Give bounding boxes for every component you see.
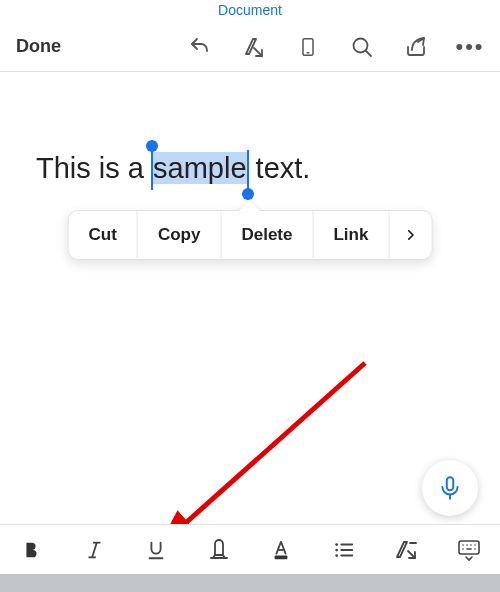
highlight-icon[interactable] <box>202 538 236 562</box>
selection-handle-start[interactable] <box>151 150 153 190</box>
svg-rect-4 <box>447 477 454 490</box>
svg-line-3 <box>366 50 372 56</box>
text-content[interactable]: This is a sample text. <box>36 152 310 184</box>
document-editor[interactable]: This is a sample text. <box>0 72 500 185</box>
selection-handle-end[interactable] <box>247 150 249 190</box>
text-before-selection: This is a <box>36 152 152 184</box>
menu-more[interactable] <box>389 211 431 259</box>
mobile-view-icon[interactable] <box>296 35 320 59</box>
search-icon[interactable] <box>350 35 374 59</box>
menu-cut[interactable]: Cut <box>69 211 138 259</box>
svg-rect-19 <box>459 541 479 554</box>
hide-keyboard-icon[interactable] <box>452 538 486 562</box>
font-color-icon[interactable] <box>264 539 298 561</box>
text-selection[interactable]: sample <box>152 152 248 185</box>
header: Document Done ••• <box>0 0 500 72</box>
menu-delete[interactable]: Delete <box>221 211 313 259</box>
format-text-icon[interactable] <box>242 35 266 59</box>
document-title: Document <box>0 0 500 22</box>
italic-icon[interactable] <box>77 539 111 561</box>
text-after-selection: text. <box>248 152 311 184</box>
context-menu: Cut Copy Delete Link <box>68 210 433 260</box>
menu-copy[interactable]: Copy <box>138 211 222 259</box>
footer-strip <box>0 574 500 592</box>
svg-point-17 <box>335 554 338 557</box>
menu-link[interactable]: Link <box>313 211 389 259</box>
bold-icon[interactable] <box>14 539 48 561</box>
clear-formatting-icon[interactable] <box>389 538 423 562</box>
top-toolbar: Done ••• <box>0 22 500 72</box>
svg-point-13 <box>335 543 338 546</box>
undo-icon[interactable] <box>188 35 212 59</box>
context-menu-pointer <box>238 200 262 212</box>
underline-icon[interactable] <box>139 539 173 561</box>
bullet-list-icon[interactable] <box>327 539 361 561</box>
svg-line-9 <box>92 542 97 557</box>
selected-text: sample <box>152 152 248 184</box>
format-toolbar <box>0 524 500 574</box>
done-button[interactable]: Done <box>16 36 61 57</box>
share-icon[interactable] <box>404 35 428 59</box>
svg-line-6 <box>180 363 365 528</box>
more-options-icon[interactable]: ••• <box>458 35 482 59</box>
svg-rect-12 <box>275 555 288 559</box>
svg-point-15 <box>335 548 338 551</box>
dictate-button[interactable] <box>422 460 478 516</box>
